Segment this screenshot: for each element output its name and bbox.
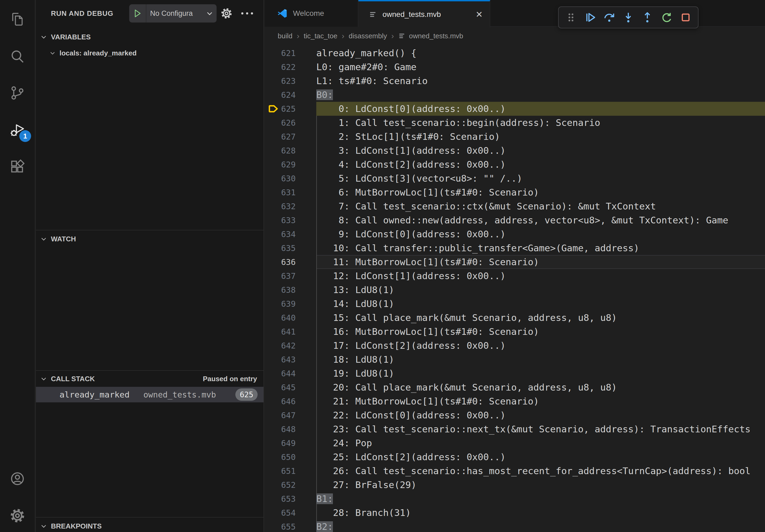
line-number[interactable]: 624 [265, 90, 296, 100]
line-number[interactable]: 627 [265, 132, 296, 141]
tab-welcome[interactable]: Welcome [265, 0, 359, 27]
code-text[interactable]: 4: LdConst[2](address: 0x00..) [316, 159, 505, 170]
code-text[interactable]: 14: LdU8(1) [316, 298, 394, 309]
code-text[interactable]: 27: BrFalse(29) [316, 479, 416, 490]
code-text[interactable]: 19: LdU8(1) [316, 368, 394, 379]
line-number[interactable]: 644 [265, 369, 296, 378]
line-number[interactable]: 650 [265, 452, 296, 462]
code-text[interactable]: 3: LdConst[1](address: 0x00..) [316, 145, 505, 156]
line-number[interactable]: 652 [265, 480, 296, 490]
line-number[interactable]: 646 [265, 397, 296, 406]
code-text[interactable]: L1: ts#1#0: Scenario [316, 76, 427, 86]
code-text[interactable]: L0: game#2#0: Game [316, 62, 416, 72]
explorer-icon[interactable] [0, 4, 35, 34]
line-number[interactable]: 633 [265, 216, 296, 225]
restart-button[interactable] [660, 10, 674, 24]
call-stack-frame-row[interactable]: already_marked owned_tests.mvb 625 [36, 387, 264, 402]
line-number[interactable]: 629 [265, 160, 296, 169]
line-number[interactable]: 637 [265, 271, 296, 281]
code-text[interactable]: B2: [316, 521, 333, 532]
code-text[interactable]: 20: Call place_mark(&mut Scenario, addre… [316, 382, 617, 393]
code-text[interactable]: 24: Pop [316, 438, 372, 448]
continue-button[interactable] [583, 10, 597, 24]
line-number[interactable]: 634 [265, 230, 296, 239]
breadcrumb-item[interactable]: disassembly [349, 32, 387, 40]
line-number[interactable]: 649 [265, 438, 296, 448]
line-number[interactable]: 643 [265, 355, 296, 364]
line-number[interactable]: 630 [265, 174, 296, 183]
breadcrumb-item[interactable]: tic_tac_toe [304, 32, 338, 40]
step-out-button[interactable] [640, 10, 654, 24]
code-text[interactable]: 13: LdU8(1) [316, 285, 394, 295]
call-stack-section-header[interactable]: CALL STACK Paused on entry [36, 372, 264, 386]
line-number[interactable]: 648 [265, 424, 296, 434]
line-number[interactable]: 642 [265, 341, 296, 350]
account-icon[interactable] [0, 464, 35, 493]
code-text[interactable]: 17: LdConst[2](address: 0x00..) [316, 340, 505, 351]
variables-section-header[interactable]: VARIABLES [36, 30, 264, 44]
code-text[interactable]: 9: LdConst[0](address: 0x00..) [316, 229, 505, 239]
line-number[interactable]: 654 [265, 508, 296, 518]
variables-scope-row[interactable]: locals: already_marked [36, 46, 264, 60]
settings-gear-icon[interactable] [0, 501, 35, 530]
code-text[interactable]: 15: Call place_mark(&mut Scenario, addre… [316, 312, 617, 323]
line-number[interactable]: 641 [265, 327, 296, 337]
line-number[interactable]: 639 [265, 299, 296, 309]
drag-handle[interactable] [564, 10, 578, 24]
code-text[interactable]: 0: LdConst[0](address: 0x00..) [316, 104, 505, 114]
line-number[interactable]: 635 [265, 243, 296, 253]
stop-button[interactable] [679, 10, 693, 24]
code-text[interactable]: 10: Call transfer::public_transfer<Game>… [316, 243, 639, 253]
run-and-debug-icon[interactable]: 1 [0, 115, 35, 145]
code-text[interactable]: 8: Call owned::new(address, address, vec… [316, 215, 728, 226]
code-text[interactable]: B1: [316, 493, 333, 504]
step-over-button[interactable] [602, 10, 616, 24]
line-number[interactable]: 622 [265, 62, 296, 72]
configuration-select[interactable]: No Configura [146, 9, 206, 18]
source-control-icon[interactable] [0, 78, 35, 108]
code-text[interactable]: 25: LdConst[2](address: 0x00..) [316, 452, 505, 462]
breadcrumb-item[interactable]: owned_tests.mvb [409, 32, 463, 40]
line-number[interactable]: 651 [265, 466, 296, 476]
search-icon[interactable] [0, 42, 35, 71]
code-text[interactable]: 18: LdU8(1) [316, 354, 394, 365]
line-number[interactable]: 628 [265, 146, 296, 155]
step-into-button[interactable] [621, 10, 635, 24]
line-number[interactable]: 638 [265, 285, 296, 295]
gear-icon[interactable] [219, 6, 234, 21]
code-text[interactable]: 7: Call test_scenario::ctx(&mut Scenario… [316, 201, 656, 212]
tab-owned-tests[interactable]: owned_tests.mvb ✕ [359, 0, 490, 27]
code-editor[interactable]: 621already_marked() {622L0: game#2#0: Ga… [265, 45, 765, 532]
code-text[interactable]: 5: LdConst[3](vector<u8>: "" /..) [316, 173, 522, 184]
close-icon[interactable]: ✕ [475, 10, 483, 19]
code-text[interactable]: 26: Call test_scenario::has_most_recent_… [316, 465, 751, 476]
code-text[interactable]: 28: Branch(31) [316, 507, 411, 518]
code-text[interactable]: 12: LdConst[1](address: 0x00..) [316, 271, 505, 281]
code-text[interactable]: 16: MutBorrowLoc[1](ts#1#0: Scenario) [316, 326, 539, 337]
line-number[interactable]: 621 [265, 49, 296, 58]
line-number[interactable]: 626 [265, 118, 296, 128]
extensions-icon[interactable] [0, 152, 35, 182]
line-number[interactable]: 631 [265, 188, 296, 197]
code-text[interactable]: B0: [316, 90, 333, 100]
line-number[interactable]: 645 [265, 383, 296, 392]
code-text[interactable]: 23: Call test_scenario::next_tx(&mut Sce… [316, 424, 751, 434]
line-number[interactable]: 653 [265, 494, 296, 504]
line-number[interactable]: 636 [265, 257, 296, 267]
launch-configuration-bar[interactable]: No Configura [129, 4, 217, 23]
breadcrumb-item[interactable]: build [278, 32, 293, 40]
watch-section-header[interactable]: WATCH [36, 232, 264, 246]
code-text[interactable]: 21: MutBorrowLoc[1](ts#1#0: Scenario) [316, 396, 539, 406]
code-text[interactable]: 1: Call test_scenario::begin(address): S… [316, 117, 600, 128]
chevron-down-icon[interactable] [206, 10, 213, 17]
ellipsis-icon[interactable] [239, 6, 256, 21]
line-number[interactable]: 655 [265, 522, 296, 531]
code-text[interactable]: 2: StLoc[1](ts#1#0: Scenario) [316, 131, 500, 142]
line-number[interactable]: 623 [265, 76, 296, 86]
code-text[interactable]: 6: MutBorrowLoc[1](ts#1#0: Scenario) [316, 187, 539, 198]
code-text[interactable]: 22: LdConst[0](address: 0x00..) [316, 410, 505, 420]
start-debug-button[interactable] [129, 4, 146, 23]
breakpoints-section-header[interactable]: BREAKPOINTS [36, 519, 264, 532]
line-number[interactable]: 647 [265, 411, 296, 420]
line-number[interactable]: 632 [265, 202, 296, 211]
